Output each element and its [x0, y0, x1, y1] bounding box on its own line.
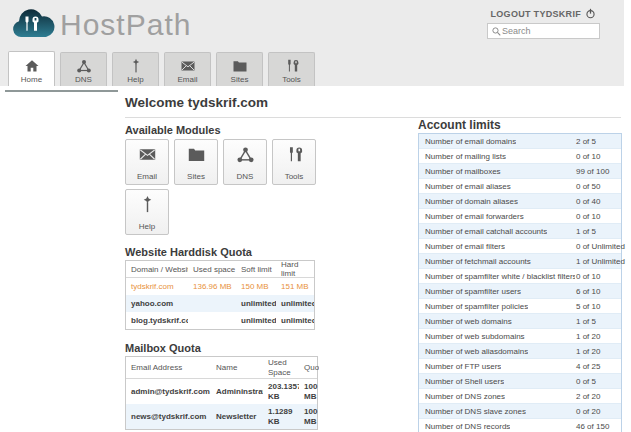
power-icon — [585, 8, 596, 19]
account-limit-row: Number of mailing lists 0 of 10 — [419, 149, 621, 164]
limit-label: Number of web subdomains — [425, 332, 525, 341]
mailbox-table-row: news@tydskrif.com Newsletter 1.1289 KB 1… — [126, 404, 317, 429]
cell-used-space: 136.96 MB — [188, 282, 236, 291]
col-used-space: Used space — [188, 265, 236, 274]
tab-tools[interactable]: Tools — [268, 52, 315, 86]
tab-email[interactable]: Email — [164, 52, 211, 86]
account-limit-row: Number of spamfilter policies 5 of 10 — [419, 299, 621, 314]
cell-domain: yahoo.com — [126, 299, 188, 308]
harddisk-table-row: yahoo.com unlimited unlimited — [126, 295, 314, 312]
limit-label: Number of fetchmail accounts — [425, 257, 531, 266]
limit-value: 0 of Unlimited — [576, 242, 625, 251]
limit-value: 4 of 25 — [576, 362, 600, 371]
limit-label: Number of web domains — [425, 317, 512, 326]
tab-sites-label: Sites — [231, 75, 249, 84]
cell-domain: blog.tydskrif.com — [126, 316, 188, 325]
module-help[interactable]: Help — [125, 189, 169, 235]
cell-hard-limit: unlimited — [276, 299, 314, 308]
harddisk-table-header: Domain / Website Used space Soft limit H… — [126, 261, 314, 278]
limit-label: Number of mailboxes — [425, 167, 501, 176]
harddisk-table-row: blog.tydskrif.com unlimited unlimited — [126, 312, 314, 329]
limit-label: Number of email filters — [425, 242, 505, 251]
limit-value: 0 of 20 — [576, 407, 600, 416]
limit-label: Number of DNS zones — [425, 392, 505, 401]
mailbox-table-row: admin@tydskrif.com Admininstrator 203.13… — [126, 379, 317, 404]
limit-label: Number of domain aliases — [425, 197, 518, 206]
limit-label: Number of mailing lists — [425, 152, 506, 161]
module-email[interactable]: Email — [125, 139, 169, 185]
limit-value: 99 of 100 — [576, 167, 609, 176]
hostpath-cloud-logo-icon — [10, 6, 56, 43]
limit-value: 1 of 20 — [576, 347, 600, 356]
account-limit-row: Number of web domains 1 of 5 — [419, 314, 621, 329]
account-limit-row: Number of Shell users 0 of 5 — [419, 374, 621, 389]
help-wand-icon — [138, 195, 157, 214]
cell-used-space: 203.1357 KB — [263, 382, 299, 400]
tab-email-label: Email — [177, 75, 197, 84]
limit-label: Number of web aliasdomains — [425, 347, 528, 356]
brand-name: HostPath — [60, 8, 191, 42]
home-icon — [24, 58, 40, 74]
tab-sites[interactable]: Sites — [216, 52, 263, 86]
account-limit-row: Number of email forwarders 0 of 10 — [419, 209, 621, 224]
account-limits-table: Number of email domains 2 of 5 Number of… — [418, 133, 622, 432]
col-domain-website: Domain / Website — [126, 265, 188, 274]
module-sites[interactable]: Sites — [174, 139, 218, 185]
tab-help-label: Help — [127, 75, 143, 84]
account-limit-row: Number of spamfilter white / blacklist f… — [419, 269, 621, 284]
limit-value: 1 of 5 — [576, 317, 596, 326]
hostpath-dashboard: HostPath LOGOUT TYDSKRIF Home DNS Help — [0, 0, 631, 432]
tab-dns-label: DNS — [75, 75, 92, 84]
tab-home-label: Home — [21, 75, 42, 84]
harddisk-table-row: tydskrif.com 136.96 MB 150 MB 151 MB — [126, 278, 314, 295]
tab-dns[interactable]: DNS — [60, 52, 107, 86]
email-icon — [180, 58, 196, 74]
module-tools-label: Tools — [285, 172, 304, 181]
col-email-address: Email Address — [126, 363, 211, 372]
account-limit-row: Number of DNS slave zones 0 of 20 — [419, 404, 621, 419]
account-limit-row: Number of web subdomains 1 of 20 — [419, 329, 621, 344]
limit-value: 6 of 10 — [576, 287, 600, 296]
cell-hard-limit: unlimited — [276, 316, 314, 325]
header: HostPath LOGOUT TYDSKRIF Home DNS Help — [0, 0, 624, 86]
module-help-label: Help — [139, 222, 155, 231]
cell-hard-limit: 151 MB — [276, 282, 314, 291]
mailbox-table-header: Email Address Name Used Space Quota — [126, 357, 317, 379]
limit-label: Number of email aliases — [425, 182, 511, 191]
harddisk-quota-table: Domain / Website Used space Soft limit H… — [125, 260, 315, 330]
limit-label: Number of spamfilter users — [425, 287, 521, 296]
modules-section-title: Available Modules — [125, 124, 221, 136]
limit-value: 2 of 20 — [576, 392, 600, 401]
limit-value: 1 of 20 — [576, 332, 600, 341]
tab-home[interactable]: Home — [8, 51, 55, 86]
account-limit-row: Number of email domains 2 of 5 — [419, 134, 621, 149]
dns-icon — [76, 58, 92, 74]
cell-name: Newsletter — [211, 412, 263, 421]
tab-bar: Home DNS Help Email Sites Tools — [8, 52, 315, 86]
help-wand-icon — [128, 58, 144, 74]
limit-value: 0 of 10 — [576, 152, 600, 161]
tools-icon — [284, 58, 300, 74]
limit-label: Number of FTP users — [425, 362, 501, 371]
module-tools[interactable]: Tools — [272, 139, 316, 185]
tab-help[interactable]: Help — [112, 52, 159, 86]
module-dns[interactable]: DNS — [223, 139, 267, 185]
account-limit-row: Number of email aliases 0 of 50 — [419, 179, 621, 194]
col-name: Name — [211, 363, 263, 372]
logout-button[interactable]: LOGOUT TYDSKRIF — [491, 8, 597, 19]
cell-soft-limit: unlimited — [236, 316, 276, 325]
brand: HostPath — [10, 6, 191, 43]
limit-value: 1 of Unlimited — [576, 257, 625, 266]
dns-icon — [236, 145, 255, 164]
limit-value: 0 of 40 — [576, 197, 600, 206]
search-input[interactable] — [502, 26, 592, 36]
cell-soft-limit: unlimited — [236, 299, 276, 308]
account-limits-title: Account limits — [418, 118, 501, 132]
cell-used-space: 1.1289 KB — [263, 407, 299, 425]
search-box[interactable] — [487, 23, 600, 39]
cell-soft-limit: 150 MB — [236, 282, 276, 291]
cell-email-address: news@tydskrif.com — [126, 412, 211, 421]
cell-quota: 100 MB — [299, 382, 319, 400]
account-limit-row: Number of email filters 0 of Unlimited — [419, 239, 621, 254]
limit-value: 46 of 150 — [576, 422, 609, 431]
